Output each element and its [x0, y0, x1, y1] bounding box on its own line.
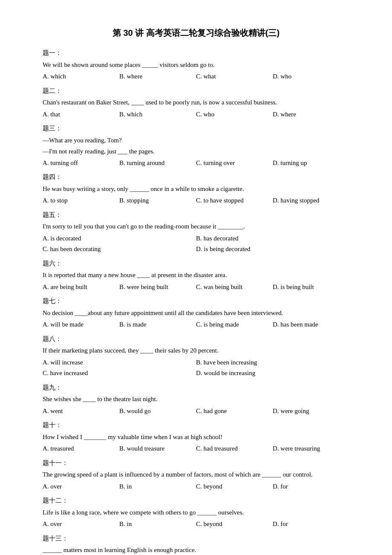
- option-12d: D. for: [273, 519, 349, 530]
- question-9: 题九： She wishes she ____ to the theatre l…: [43, 382, 349, 417]
- option-9c: C. had gone: [196, 406, 273, 417]
- question-text-11: The growing speed of a plant is influenc…: [43, 469, 349, 480]
- question-7: 题七： No decision ____about any future app…: [43, 296, 349, 330]
- dialog-line-2: —I'm not really reading, just ___ the pa…: [43, 146, 349, 157]
- option-8b: B. have been increasing: [196, 357, 349, 368]
- question-13: 题十三： ______ matters most in learning Eng…: [43, 533, 349, 555]
- options-10: A. treasured B. would treasure C. had tr…: [43, 443, 349, 454]
- option-5c: C. has been decorating: [43, 244, 196, 255]
- question-10: 题十： How I wished I _______ my valuable t…: [43, 420, 349, 454]
- section-label-1: 题一：: [43, 48, 349, 59]
- option-7a: A. will be made: [43, 319, 119, 330]
- question-text-10: How I wished I _______ my valuable time …: [43, 432, 349, 443]
- option-7d: D. has been made: [273, 319, 349, 330]
- option-9d: D. were going: [273, 406, 349, 417]
- option-8c: C. have increased: [43, 368, 196, 379]
- option-5a: A. is decorated: [43, 233, 196, 244]
- option-1a: A. which: [43, 71, 119, 82]
- option-1c: C. what: [196, 71, 273, 82]
- question-1: 题一： We will be shown around some places …: [43, 48, 349, 82]
- option-10a: A. treasured: [43, 443, 119, 454]
- section-label-9: 题九：: [43, 382, 349, 393]
- option-12c: C. beyond: [196, 519, 273, 530]
- options-2: A. that B. which C. who D. where: [43, 109, 349, 120]
- question-text-2: Chan's restaurant on Baker Street, ____ …: [43, 97, 349, 108]
- option-12b: B. in: [119, 519, 196, 530]
- option-4c: C. to have stopped: [196, 195, 273, 206]
- option-4b: B. stopping: [119, 195, 196, 206]
- options-8: A. will increase B. have been increasing…: [43, 357, 349, 379]
- option-10c: C. had treasured: [196, 443, 273, 454]
- option-10b: B. would treasure: [119, 443, 196, 454]
- questions-container: 题一： We will be shown around some places …: [43, 48, 349, 555]
- options-6: A. are being built B. were being built C…: [43, 282, 349, 293]
- option-6a: A. are being built: [43, 282, 119, 293]
- question-8: 题八： If their marketing plans succeed, th…: [43, 334, 349, 379]
- option-2d: D. where: [273, 109, 349, 120]
- question-11: 题十一： The growing speed of a plant is inf…: [43, 458, 349, 492]
- options-4: A. to stop B. stopping C. to have stoppe…: [43, 195, 349, 206]
- title: 第 30 讲 高考英语二轮复习综合验收精讲(三): [43, 26, 349, 40]
- question-text-6: It is reported that many a new house ___…: [43, 270, 349, 281]
- option-11b: B. in: [119, 481, 196, 492]
- section-label-8: 题八：: [43, 334, 349, 345]
- option-6b: B. were being built: [119, 282, 196, 293]
- question-12: 题十二： Life is like a long race, where we …: [43, 495, 349, 530]
- option-3a: A. turning off: [43, 158, 119, 169]
- dialog-line-1: —What are you reading, Tom?: [43, 135, 349, 146]
- options-3: A. turning off B. turning around C. turn…: [43, 158, 349, 169]
- question-text-9: She wishes she ____ to the theatre last …: [43, 394, 349, 405]
- section-label-2: 题二：: [43, 86, 349, 97]
- option-4a: A. to stop: [43, 195, 119, 206]
- option-6d: D. is being built: [273, 282, 349, 293]
- option-11c: C. beyond: [196, 481, 273, 492]
- option-8d: D. would be increasing: [196, 368, 349, 379]
- option-9b: B. would go: [119, 406, 196, 417]
- question-4: 题四： He was busy writing a story, only __…: [43, 172, 349, 206]
- section-label-3: 题三：: [43, 123, 349, 134]
- option-11d: D. for: [273, 481, 349, 492]
- option-9a: A. went: [43, 406, 119, 417]
- section-label-7: 题七：: [43, 296, 349, 307]
- question-2: 题二： Chan's restaurant on Baker Street, _…: [43, 86, 349, 120]
- question-5: 题五： I'm sorry to tell you that you can't…: [43, 210, 349, 255]
- question-text-4: He was busy writing a story, only ______…: [43, 184, 349, 195]
- options-7: A. will be made B. is made C. is being m…: [43, 319, 349, 330]
- option-1d: D. who: [273, 71, 349, 82]
- option-7b: B. is made: [119, 319, 196, 330]
- options-5: A. is decorated B. has decorated C. has …: [43, 233, 349, 255]
- option-1b: B. where: [119, 71, 196, 82]
- option-11a: A. over: [43, 481, 119, 492]
- question-text-5: I'm sorry to tell you that you can't go …: [43, 221, 349, 232]
- section-label-5: 题五：: [43, 210, 349, 221]
- option-6c: C. was being built: [196, 282, 273, 293]
- question-text-13: ______ matters most in learning English …: [43, 545, 349, 555]
- option-7c: C. is being made: [196, 319, 273, 330]
- option-10d: D. were treasuring: [273, 443, 349, 454]
- section-label-10: 题十：: [43, 420, 349, 431]
- section-label-6: 题六：: [43, 258, 349, 269]
- question-text-1: We will be shown around some places ____…: [43, 60, 349, 71]
- option-2a: A. that: [43, 109, 119, 120]
- section-label-12: 题十二：: [43, 495, 349, 506]
- option-3c: C. turning over: [196, 158, 273, 169]
- option-2c: C. who: [196, 109, 273, 120]
- question-text-8: If their marketing plans succeed, they _…: [43, 345, 349, 356]
- option-8a: A. will increase: [43, 357, 196, 368]
- section-label-11: 题十一：: [43, 458, 349, 469]
- option-12a: A. over: [43, 519, 119, 530]
- option-3b: B. turning around: [119, 158, 196, 169]
- option-2b: B. which: [119, 109, 196, 120]
- question-6: 题六： It is reported that many a new house…: [43, 258, 349, 293]
- option-4d: D. having stopped: [273, 195, 349, 206]
- options-12: A. over B. in C. beyond D. for: [43, 519, 349, 530]
- options-1: A. which B. where C. what D. who: [43, 71, 349, 82]
- option-3d: D. turning up: [273, 158, 349, 169]
- question-text-7: No decision ____about any future appoint…: [43, 308, 349, 319]
- question-text-12: Life is like a long race, where we compe…: [43, 507, 349, 518]
- section-label-13: 题十三：: [43, 533, 349, 544]
- question-3: 题三： —What are you reading, Tom? —I'm not…: [43, 123, 349, 168]
- option-5d: D. is being decorated: [196, 244, 349, 255]
- options-11: A. over B. in C. beyond D. for: [43, 481, 349, 492]
- option-5b: B. has decorated: [196, 233, 349, 244]
